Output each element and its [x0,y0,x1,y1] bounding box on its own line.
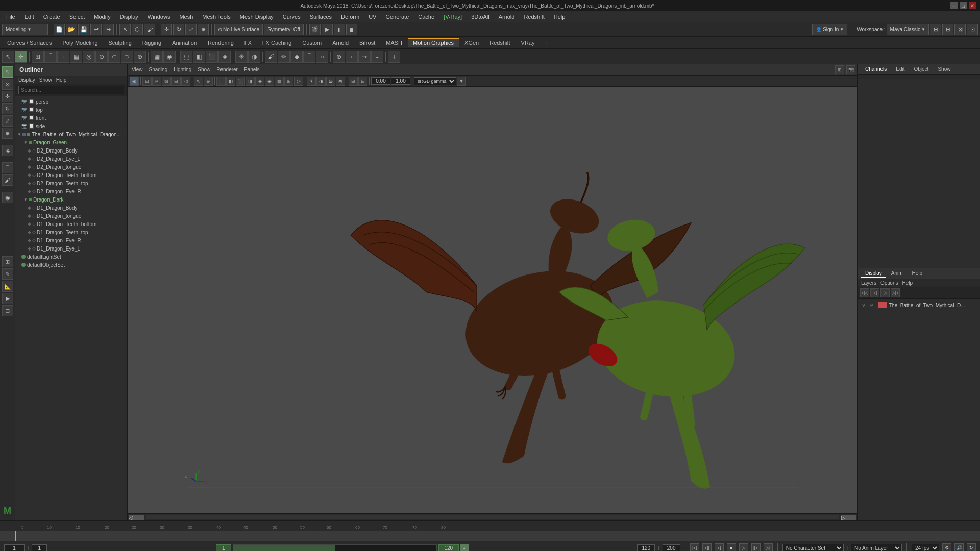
vp-shading-6[interactable]: ◉ [265,77,274,86]
scroll-right-btn[interactable]: ▷ [841,515,856,520]
wireframe-btn[interactable]: ⬚ [180,51,192,63]
tab-custom[interactable]: Custom [297,38,327,47]
textured-btn[interactable]: ⬛ [206,51,218,63]
menu-select[interactable]: Select [65,13,89,21]
tree-item-d1-teeth-bottom[interactable]: ◆ ◇ D1_Dragon_Teeth_bottom [15,220,127,228]
move-tool[interactable]: ✛ [2,91,13,102]
pb-loop-btn[interactable]: ↻ [967,543,976,551]
tree-item-persp[interactable]: 📷 🔲 persp [15,97,127,106]
paint-select-button[interactable]: 🖌 [144,24,155,35]
new-scene-button[interactable]: 📄 [54,24,65,35]
sign-in-button[interactable]: 👤 Sign In ▼ [812,24,847,35]
tab-fx-caching[interactable]: FX Caching [257,38,297,47]
tab-motion-graphics[interactable]: Motion Graphics [408,38,459,47]
tree-item-dragon-green[interactable]: ▼ Dragon_Green [15,138,127,146]
workspace-value-button[interactable]: Maya Classic ▼ [887,24,929,35]
menu-create[interactable]: Create [39,13,64,21]
snap-center-btn[interactable]: ⊕ [134,51,146,63]
vp-shading-4[interactable]: ◨ [246,77,255,86]
menu-redshift[interactable]: Redshift [520,13,548,21]
open-scene-button[interactable]: 📂 [66,24,77,35]
layer-nav-left2[interactable]: ◁ [870,288,879,297]
vp-start-field[interactable] [371,77,390,85]
tree-item-d1-eye-l[interactable]: ◆ ◇ D1_Dragon_Eye_L [15,244,127,253]
vp-shading-8[interactable]: ⊞ [284,77,293,86]
menu-curves[interactable]: Curves [279,13,305,21]
snap-midpoint-btn[interactable]: ⊃ [121,51,133,63]
shaded-btn[interactable]: ◧ [193,51,205,63]
tab-redshift[interactable]: Redshift [484,38,515,47]
layer-color-swatch[interactable] [878,302,887,308]
pb-range-start[interactable] [32,544,47,552]
menu-edit[interactable]: Edit [20,13,38,21]
rotate-tool[interactable]: ↻ [2,103,13,114]
tab-arnold[interactable]: Arnold [327,38,354,47]
move-tool-button[interactable]: ✛ [161,24,172,35]
tree-item-d2-teeth-top[interactable]: ◆ ◇ D2_Dragon_Teeth_top [15,179,127,187]
vp-shading-2[interactable]: ◧ [226,77,235,86]
vp-lighting-icon[interactable]: ☀ [307,77,316,86]
vp-shadow-icon[interactable]: ◑ [316,77,326,86]
vp-camera-cycle[interactable]: ⊡ [142,77,152,86]
menu-vray[interactable]: [V-Ray] [439,13,466,21]
plus-icon-btn[interactable]: + [388,51,400,63]
vp-hud-icon[interactable]: ⊟ [358,77,368,86]
tab-animation[interactable]: Animation [167,38,202,47]
vp-ao-icon[interactable]: ◓ [336,77,345,86]
menu-mesh-display[interactable]: Mesh Display [236,13,278,21]
tree-item-d1-teeth-top[interactable]: ◆ ◇ D1_Dragon_Teeth_top [15,228,127,236]
character-set-select[interactable]: No Character Set [782,544,844,552]
select-icon-btn[interactable]: ↖ [2,51,14,63]
undo-button[interactable]: ↩ [90,24,102,35]
cluster-tool[interactable]: ⊞ [2,256,13,267]
menu-uv[interactable]: UV [364,13,380,21]
vp-paint-sel[interactable]: ⊕ [204,77,213,86]
lasso-tool[interactable]: ⌒ [2,162,13,173]
channels-tab[interactable]: Channels [861,65,891,73]
snap-live-btn[interactable]: ⊙ [95,51,108,63]
tree-item-d2-tongue[interactable]: ◆ ◇ D2_Dragon_tongue [15,163,127,171]
stop-render-button[interactable]: ⏸ [334,24,345,35]
tree-item-d2-teeth-bottom[interactable]: ◆ ◇ D2_Dragon_Teeth_bottom [15,171,127,179]
tab-xgen[interactable]: XGen [459,38,484,47]
timeline-track[interactable] [0,531,980,541]
cluster-btn[interactable]: ⊕ [333,51,345,63]
vp-shading-9[interactable]: ◎ [294,77,303,86]
minimize-button[interactable]: ─ [950,2,958,9]
tab-rigging[interactable]: Rigging [137,38,166,47]
options-menu-item[interactable]: Options [880,280,898,286]
snap-edge-btn[interactable]: ⊂ [108,51,120,63]
layer-vis-toggle[interactable]: V [862,303,868,308]
pb-play-fwd[interactable]: ▷ [739,543,748,551]
tree-item-d2-body[interactable]: ◆ ◇ D2_Dragon_Body [15,146,127,155]
help-tab-display[interactable]: Help [908,269,927,278]
paint-effects-btn[interactable]: 🖌 [265,51,277,63]
viewport-menu-shading[interactable]: Shading [147,67,170,72]
maximize-button[interactable]: □ [960,2,967,9]
color-btn[interactable]: ◆ [290,51,303,63]
layer-nav-right[interactable]: ▷ [880,288,890,297]
vp-frame-all[interactable]: ⊠ [162,77,171,86]
viewport-menu-panels[interactable]: Panels [242,67,262,72]
xray-btn[interactable]: ◈ [218,51,231,63]
menu-3dtoall[interactable]: 3DtoAll [467,13,493,21]
menu-arnold[interactable]: Arnold [495,13,519,21]
ik-btn[interactable]: ⊸ [358,51,371,63]
shadow-btn[interactable]: ◑ [248,51,260,63]
vp-gamma-settings[interactable]: ▼ [457,77,466,86]
pb-step-back[interactable]: ◁| [702,543,712,551]
render-button[interactable]: 🎬 [309,24,321,35]
ipr-render-button[interactable]: ▶ [322,24,333,35]
viewport-menu-lighting[interactable]: Lighting [172,67,193,72]
scale-tool[interactable]: ⤢ [2,115,13,127]
gamma-select[interactable]: sRGB gamma [414,77,456,85]
layer-tool[interactable]: ⊟ [2,305,13,316]
layout-icon-3[interactable]: ⊠ [954,24,966,35]
tree-item-d1-tongue[interactable]: ◆ ◇ D1_Dragon_tongue [15,212,127,220]
tree-item-d2-eye-l[interactable]: ◆ ◇ D2_Dragon_Eye_L [15,155,127,163]
tree-item-top[interactable]: 📷 🔲 top [15,106,127,114]
vp-env-icon[interactable]: ◒ [326,77,335,86]
viewport-menu-show[interactable]: Show [195,67,212,72]
tree-item-dragon-dark[interactable]: ▼ Dragon_Dark [15,195,127,204]
menu-deform[interactable]: Deform [337,13,363,21]
